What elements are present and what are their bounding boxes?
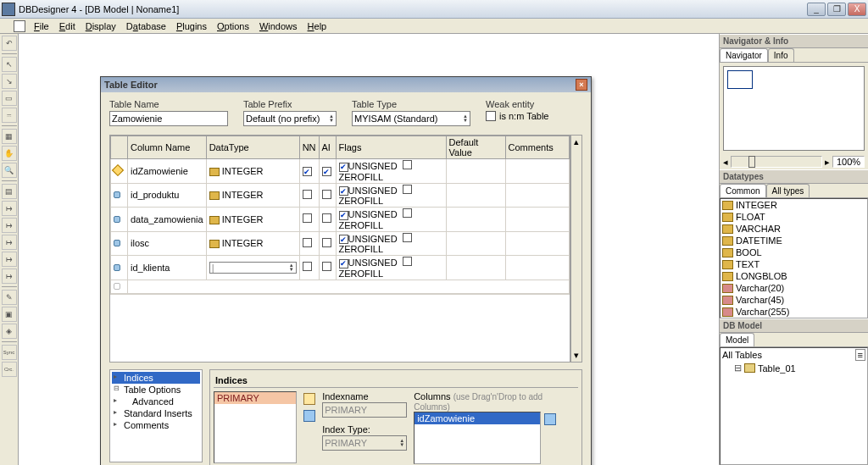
window-titlebar: DBDesigner 4 - [DB Model | Noname1] _ ❐ … bbox=[0, 0, 868, 19]
menu-file[interactable]: File bbox=[29, 21, 54, 31]
datatype-item[interactable]: Varchar(20) bbox=[721, 282, 867, 294]
indextype-label: Index Type: bbox=[322, 424, 407, 435]
datatype-item[interactable]: FLOAT bbox=[721, 211, 867, 223]
tool-icon[interactable]: ✎ bbox=[2, 290, 17, 305]
tool-icon[interactable]: ✋ bbox=[2, 146, 17, 161]
tool-icon[interactable]: ▤ bbox=[2, 184, 17, 199]
menu-plugins[interactable]: Plugins bbox=[171, 21, 212, 31]
tool-icon[interactable]: ↦ bbox=[2, 252, 17, 267]
window-title: DBDesigner 4 - [DB Model | Noname1] bbox=[19, 4, 807, 14]
zoom-value[interactable]: 100% bbox=[832, 156, 865, 168]
datatypes-list[interactable]: INTEGERFLOATVARCHARDATETIMEBOOLTEXTLONGB… bbox=[720, 198, 868, 318]
menu-help[interactable]: Help bbox=[303, 21, 332, 31]
grid-hdr[interactable]: Default Value bbox=[446, 136, 505, 159]
model-tree[interactable]: All Tables≡ ⊟Table_01 bbox=[720, 347, 868, 465]
tool-icon[interactable]: ▦ bbox=[2, 129, 17, 144]
tool-icon[interactable]: ↦ bbox=[2, 218, 17, 233]
datatype-item[interactable]: VARCHAR bbox=[721, 223, 867, 235]
maximize-button[interactable]: ❐ bbox=[827, 3, 846, 16]
tool-icon[interactable]: ↖ bbox=[2, 57, 17, 72]
datatype-item[interactable]: LONGBLOB bbox=[721, 270, 867, 282]
table-editor-dialog: Table Editor × Table Name Table Prefix D… bbox=[100, 76, 592, 465]
grid-hdr[interactable]: NN bbox=[299, 136, 319, 159]
grid-row[interactable]: data_zamowieniaINTEGERUNSIGNED ZEROFILL bbox=[111, 208, 570, 232]
columns-label: Columns bbox=[414, 391, 450, 401]
datatype-item[interactable]: Varchar(255) bbox=[721, 306, 867, 318]
index-list[interactable]: PRIMARY bbox=[214, 391, 297, 463]
tool-crc[interactable]: Crc. bbox=[2, 362, 17, 377]
indextype-select[interactable]: PRIMARY▲▼ bbox=[322, 435, 407, 451]
index-item[interactable]: PRIMARY bbox=[214, 392, 296, 404]
menu-windows[interactable]: Windows bbox=[254, 21, 303, 31]
grid-row[interactable]: id_klienta|▲▼UNSIGNED ZEROFILL bbox=[111, 256, 570, 280]
table-type-label: Table Type bbox=[352, 99, 470, 109]
grid-row[interactable]: id_produktuINTEGERUNSIGNED ZEROFILL bbox=[111, 183, 570, 208]
menu-display[interactable]: Display bbox=[81, 21, 121, 31]
table-prefix-select[interactable]: Default (no prefix)▲▼ bbox=[243, 111, 337, 126]
datatype-item[interactable]: BOOL bbox=[721, 246, 867, 258]
tool-icon[interactable]: ▣ bbox=[2, 307, 17, 322]
table-type-select[interactable]: MYISAM (Standard)▲▼ bbox=[352, 111, 470, 126]
index-columns-list[interactable]: idZamowienie bbox=[414, 412, 541, 464]
grid-hdr[interactable]: Comments bbox=[505, 136, 569, 159]
table-name-input[interactable] bbox=[109, 111, 228, 126]
nm-checkbox[interactable] bbox=[486, 111, 496, 121]
menu-database[interactable]: Database bbox=[121, 21, 171, 31]
minimize-button[interactable]: _ bbox=[807, 3, 826, 16]
del-col-icon[interactable] bbox=[544, 413, 556, 425]
grid-row[interactable]: iloscINTEGERUNSIGNED ZEROFILL bbox=[111, 231, 570, 256]
grid-hdr[interactable]: DataType bbox=[206, 136, 299, 159]
option-tree[interactable]: Indices Table Options Advanced Standard … bbox=[109, 369, 203, 462]
table-name-label: Table Name bbox=[109, 99, 228, 109]
tab-common[interactable]: Common bbox=[720, 184, 766, 197]
tool-icon[interactable]: ↦ bbox=[2, 201, 17, 216]
scrollbar[interactable]: ▴▾ bbox=[570, 135, 582, 363]
datatype-item[interactable]: Varchar(45) bbox=[721, 294, 867, 306]
tree-indices[interactable]: Indices bbox=[112, 372, 200, 384]
model-table[interactable]: ⊟Table_01 bbox=[721, 362, 867, 374]
menu-bar: File Edit Display Database Plugins Optio… bbox=[0, 19, 868, 34]
tool-icon[interactable]: ↶ bbox=[2, 36, 17, 51]
tool-icon[interactable]: ▭ bbox=[2, 91, 17, 106]
indexname-input[interactable] bbox=[322, 402, 407, 418]
tool-icon[interactable]: ↦ bbox=[2, 268, 17, 284]
columns-grid[interactable]: Column Name DataType NN AI Flags Default… bbox=[109, 135, 570, 363]
tool-icon[interactable]: ◈ bbox=[2, 324, 17, 339]
model-root[interactable]: All Tables≡ bbox=[721, 348, 867, 362]
tree-table-options[interactable]: Table Options bbox=[112, 384, 200, 396]
datatype-item[interactable]: TEXT bbox=[721, 258, 867, 270]
datatype-item[interactable]: INTEGER bbox=[721, 199, 867, 211]
index-column-item[interactable]: idZamowienie bbox=[415, 412, 540, 424]
indices-header: Indices bbox=[214, 374, 578, 388]
add-index-icon[interactable] bbox=[303, 393, 315, 405]
tool-icon[interactable]: ↦ bbox=[2, 235, 17, 250]
dbmodel-header: DB Model bbox=[720, 318, 868, 333]
tab-info[interactable]: Info bbox=[768, 48, 794, 62]
tree-standard-inserts[interactable]: Standard Inserts bbox=[112, 407, 200, 419]
grid-hdr[interactable]: Flags bbox=[336, 136, 446, 159]
datatype-item[interactable]: DATETIME bbox=[721, 235, 867, 246]
tool-icon[interactable]: ⎓ bbox=[2, 108, 17, 123]
tab-alltypes[interactable]: All types bbox=[766, 184, 810, 197]
tool-sync[interactable]: Sync bbox=[2, 345, 17, 360]
del-index-icon[interactable] bbox=[303, 410, 315, 422]
indices-panel: Indices PRIMARY Indexname bbox=[209, 369, 582, 466]
tool-icon[interactable]: ↘ bbox=[2, 74, 17, 89]
dialog-titlebar[interactable]: Table Editor × bbox=[101, 77, 591, 92]
dialog-close-button[interactable]: × bbox=[576, 79, 587, 91]
tab-model[interactable]: Model bbox=[720, 333, 754, 346]
menu-edit[interactable]: Edit bbox=[54, 21, 81, 31]
navigator-canvas[interactable] bbox=[723, 66, 865, 151]
close-button[interactable]: X bbox=[848, 3, 866, 16]
grid-row[interactable]: idZamowienieINTEGERUNSIGNED ZEROFILL bbox=[111, 159, 570, 184]
tool-icon[interactable]: 🔍 bbox=[2, 163, 17, 178]
nm-label: is n:m Table bbox=[499, 111, 549, 121]
canvas[interactable]: Table Editor × Table Name Table Prefix D… bbox=[19, 34, 719, 465]
tab-navigator[interactable]: Navigator bbox=[720, 48, 768, 62]
zoom-slider[interactable]: ◂▸ 100% bbox=[720, 154, 868, 169]
menu-options[interactable]: Options bbox=[212, 21, 254, 31]
tree-advanced[interactable]: Advanced bbox=[112, 396, 200, 407]
grid-hdr[interactable]: AI bbox=[319, 136, 336, 159]
grid-hdr[interactable]: Column Name bbox=[128, 136, 207, 159]
tree-comments[interactable]: Comments bbox=[112, 419, 200, 431]
